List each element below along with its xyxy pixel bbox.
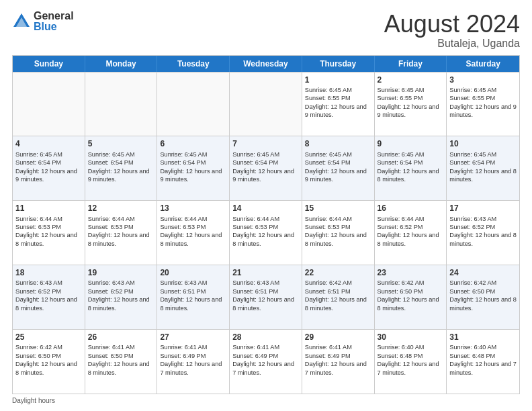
calendar-cell: 3Sunrise: 6:45 AMSunset: 6:55 PMDaylight… [447,73,519,136]
day-info: Sunrise: 6:44 AM [15,215,82,223]
day-number: 31 [449,332,517,342]
day-number: 3 [449,75,517,85]
day-info: Daylight: 12 hours and 9 minutes. [378,103,444,120]
day-info: Daylight: 12 hours and 8 minutes. [88,360,154,377]
calendar-cell: 20Sunrise: 6:43 AMSunset: 6:51 PMDayligh… [157,265,230,329]
calendar-header: SundayMondayTuesdayWednesdayThursdayFrid… [13,56,519,72]
calendar-cell: 18Sunrise: 6:43 AMSunset: 6:52 PMDayligh… [13,265,85,329]
day-info: Daylight: 12 hours and 9 minutes. [305,167,371,184]
month-year: August 2024 [384,11,520,38]
calendar-cell: 28Sunrise: 6:41 AMSunset: 6:49 PMDayligh… [230,330,302,394]
day-info: Sunrise: 6:42 AM [15,343,82,351]
day-of-week-thursday: Thursday [302,56,375,72]
day-info: Sunset: 6:53 PM [232,223,299,231]
day-info: Sunrise: 6:45 AM [88,150,154,158]
day-number: 18 [15,267,82,278]
day-number: 17 [449,203,517,214]
day-number: 21 [232,267,299,278]
day-number: 2 [378,75,444,85]
calendar-cell: 29Sunrise: 6:41 AMSunset: 6:49 PMDayligh… [302,330,375,394]
day-number: 16 [378,203,444,214]
day-info: Daylight: 12 hours and 7 minutes. [449,360,517,377]
day-number: 28 [232,332,299,342]
day-info: Sunrise: 6:41 AM [160,343,226,351]
title-block: August 2024 Butaleja, Uganda [384,11,520,50]
day-number: 22 [305,267,371,278]
day-info: Sunrise: 6:45 AM [305,86,371,94]
day-info: Daylight: 12 hours and 8 minutes. [88,295,154,312]
calendar-cell: 21Sunrise: 6:43 AMSunset: 6:51 PMDayligh… [230,265,302,329]
day-info: Sunset: 6:51 PM [305,287,371,295]
day-info: Daylight: 12 hours and 7 minutes. [378,360,444,377]
day-info: Daylight: 12 hours and 8 minutes. [378,295,444,312]
day-info: Sunset: 6:55 PM [305,94,371,102]
day-info: Daylight: 12 hours and 9 minutes. [160,167,226,184]
calendar-cell: 19Sunrise: 6:43 AMSunset: 6:52 PMDayligh… [85,265,158,329]
calendar-cell: 9Sunrise: 6:45 AMSunset: 6:54 PMDaylight… [375,136,447,200]
day-info: Sunset: 6:49 PM [160,352,226,360]
day-info: Sunset: 6:53 PM [15,223,82,231]
day-info: Sunrise: 6:43 AM [449,215,517,223]
day-info: Daylight: 12 hours and 9 minutes. [449,103,517,120]
footer-note: Daylight hours [12,397,520,404]
day-number: 25 [15,332,82,342]
day-info: Sunset: 6:51 PM [232,287,299,295]
day-info: Sunrise: 6:40 AM [449,343,517,351]
day-info: Sunset: 6:50 PM [378,287,444,295]
calendar-cell: 5Sunrise: 6:45 AMSunset: 6:54 PMDaylight… [85,136,158,200]
day-info: Sunrise: 6:45 AM [378,86,444,94]
calendar-cell: 10Sunrise: 6:45 AMSunset: 6:54 PMDayligh… [447,136,519,200]
calendar-cell: 4Sunrise: 6:45 AMSunset: 6:54 PMDaylight… [13,136,85,200]
calendar-cell: 25Sunrise: 6:42 AMSunset: 6:50 PMDayligh… [13,330,85,394]
day-info: Sunrise: 6:44 AM [88,215,154,223]
header: General Blue August 2024 Butaleja, Ugand… [12,11,520,50]
calendar-cell: 31Sunrise: 6:40 AMSunset: 6:48 PMDayligh… [447,330,519,394]
day-info: Daylight: 12 hours and 8 minutes. [378,231,444,248]
location: Butaleja, Uganda [384,38,520,50]
day-number: 8 [305,138,371,149]
day-info: Sunrise: 6:43 AM [88,279,154,287]
day-info: Daylight: 12 hours and 8 minutes. [449,231,517,248]
calendar-cell: 12Sunrise: 6:44 AMSunset: 6:53 PMDayligh… [85,201,158,265]
calendar: SundayMondayTuesdayWednesdayThursdayFrid… [12,55,520,394]
calendar-cell: 16Sunrise: 6:44 AMSunset: 6:52 PMDayligh… [375,201,447,265]
day-info: Sunrise: 6:44 AM [305,215,371,223]
day-number: 26 [88,332,154,342]
day-info: Sunset: 6:53 PM [88,223,154,231]
day-of-week-sunday: Sunday [13,56,85,72]
day-info: Sunrise: 6:44 AM [232,215,299,223]
logo-general: General [34,11,74,21]
day-info: Daylight: 12 hours and 8 minutes. [160,295,226,312]
calendar-row: 4Sunrise: 6:45 AMSunset: 6:54 PMDaylight… [13,136,519,200]
day-info: Sunset: 6:54 PM [232,158,299,167]
day-info: Daylight: 12 hours and 8 minutes. [160,231,226,248]
page: General Blue August 2024 Butaleja, Ugand… [0,0,532,411]
calendar-body: 1Sunrise: 6:45 AMSunset: 6:55 PMDaylight… [13,72,519,394]
day-number: 15 [305,203,371,214]
day-number: 12 [88,203,154,214]
day-info: Sunset: 6:54 PM [88,158,154,167]
day-info: Sunrise: 6:42 AM [449,279,517,287]
calendar-cell: 26Sunrise: 6:41 AMSunset: 6:50 PMDayligh… [85,330,158,394]
day-number: 4 [15,138,82,149]
day-info: Daylight: 12 hours and 9 minutes. [88,167,154,184]
day-info: Daylight: 12 hours and 8 minutes. [305,295,371,312]
day-info: Sunrise: 6:45 AM [232,150,299,158]
calendar-row: 11Sunrise: 6:44 AMSunset: 6:53 PMDayligh… [13,200,519,265]
day-info: Daylight: 12 hours and 8 minutes. [305,231,371,248]
calendar-row: 25Sunrise: 6:42 AMSunset: 6:50 PMDayligh… [13,329,519,394]
day-info: Daylight: 12 hours and 7 minutes. [160,360,226,377]
day-number: 7 [232,138,299,149]
calendar-cell: 14Sunrise: 6:44 AMSunset: 6:53 PMDayligh… [230,201,302,265]
day-of-week-tuesday: Tuesday [157,56,230,72]
day-info: Sunset: 6:48 PM [449,352,517,360]
day-info: Sunset: 6:53 PM [305,223,371,231]
day-info: Daylight: 12 hours and 9 minutes. [15,167,82,184]
day-info: Sunrise: 6:42 AM [305,279,371,287]
day-info: Sunset: 6:54 PM [449,158,517,167]
day-info: Daylight: 12 hours and 8 minutes. [449,295,517,312]
day-number: 23 [378,267,444,278]
calendar-cell: 13Sunrise: 6:44 AMSunset: 6:53 PMDayligh… [157,201,230,265]
calendar-cell: 1Sunrise: 6:45 AMSunset: 6:55 PMDaylight… [302,73,375,136]
day-info: Sunset: 6:52 PM [88,287,154,295]
